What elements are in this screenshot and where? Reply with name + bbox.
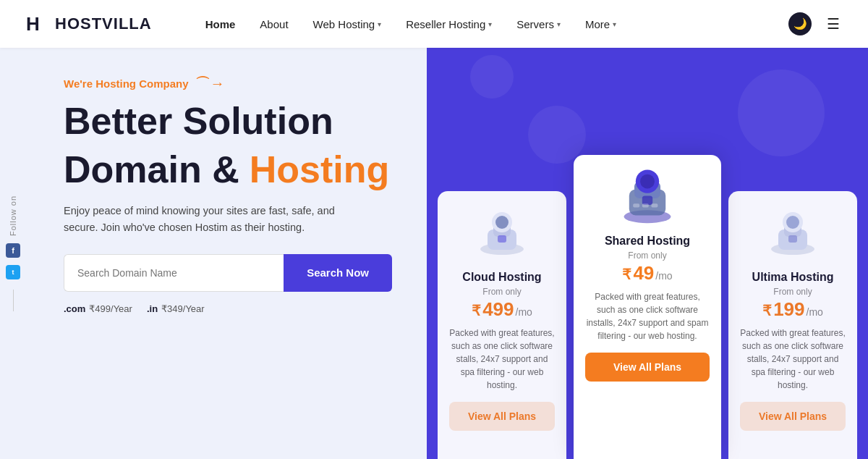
ultima-hosting-price: ₹199/mo bbox=[762, 298, 823, 321]
domain-price-in: .in ₹349/Year bbox=[147, 303, 205, 314]
nav-about[interactable]: About bbox=[250, 12, 298, 36]
svg-rect-7 bbox=[498, 235, 506, 243]
hamburger-menu[interactable]: ☰ bbox=[822, 12, 845, 35]
svg-text:H: H bbox=[26, 13, 41, 35]
cloud-view-plans-button[interactable]: View All Plans bbox=[449, 402, 555, 431]
hero-title-line2: Domain & Hosting bbox=[64, 148, 392, 191]
ultima-hosting-card: Ultima Hosting From only ₹199/mo Packed … bbox=[728, 191, 857, 459]
hero-title-colored: Hosting bbox=[250, 148, 390, 191]
deco-circle-1 bbox=[738, 70, 825, 156]
search-input[interactable] bbox=[64, 254, 284, 292]
domain-search-bar: Search Now bbox=[64, 254, 392, 292]
chevron-down-icon: ▾ bbox=[557, 20, 561, 28]
svg-rect-22 bbox=[788, 235, 797, 243]
shared-hosting-title: Shared Hosting bbox=[605, 235, 690, 248]
tagline-arrow-icon: ⌒→ bbox=[195, 74, 224, 93]
nav-servers[interactable]: Servers ▾ bbox=[506, 12, 571, 36]
follow-divider bbox=[13, 290, 14, 311]
hero-title-line1: Better Solution bbox=[64, 101, 392, 142]
nav-home[interactable]: Home bbox=[195, 12, 246, 36]
domain-price-com: .com ₹499/Year bbox=[64, 303, 132, 314]
hero-tagline: We're Hosting Company ⌒→ bbox=[64, 74, 392, 93]
svg-rect-16 bbox=[651, 203, 658, 207]
shared-hosting-from: From only bbox=[628, 250, 666, 261]
deco-circle-3 bbox=[470, 55, 514, 98]
ultima-hosting-from: From only bbox=[773, 287, 812, 297]
hosting-cards-container: Cloud Hosting From only ₹499/mo Packed w… bbox=[427, 155, 868, 459]
main-content: Follow on f t We're Hosting Company ⌒→ B… bbox=[0, 48, 868, 459]
chevron-down-icon: ▾ bbox=[378, 20, 381, 28]
brand-name: HOSTVILLA bbox=[55, 14, 152, 33]
chevron-down-icon: ▾ bbox=[488, 20, 492, 28]
nav-more[interactable]: More ▾ bbox=[575, 12, 626, 36]
domain-prices: .com ₹499/Year .in ₹349/Year bbox=[64, 303, 392, 314]
hero-description: Enjoy peace of mind knowing your sites a… bbox=[64, 203, 367, 236]
follow-label: Follow on bbox=[9, 195, 17, 236]
svg-rect-13 bbox=[642, 195, 652, 205]
nav-actions: 🌙 ☰ bbox=[788, 12, 845, 35]
cloud-hosting-from: From only bbox=[482, 287, 521, 297]
cloud-hosting-desc: Packed with great features, such as one … bbox=[449, 327, 555, 392]
search-button[interactable]: Search Now bbox=[284, 254, 392, 292]
cloud-hosting-title: Cloud Hosting bbox=[462, 271, 541, 284]
facebook-icon[interactable]: f bbox=[6, 243, 20, 258]
cloud-hosting-price: ₹499/mo bbox=[472, 298, 532, 321]
shared-hosting-icon bbox=[615, 169, 680, 227]
nav-web-hosting[interactable]: Web Hosting ▾ bbox=[303, 12, 392, 36]
svg-point-21 bbox=[786, 216, 799, 229]
svg-point-12 bbox=[640, 174, 655, 189]
shared-hosting-card: Shared Hosting From only ₹49/mo Packed w… bbox=[574, 155, 721, 459]
ultima-hosting-desc: Packed with great features, such as one … bbox=[740, 327, 846, 392]
brand-logo[interactable]: H HOSTVILLA bbox=[23, 10, 152, 38]
cloud-hosting-card: Cloud Hosting From only ₹499/mo Packed w… bbox=[438, 191, 566, 459]
twitter-icon[interactable]: t bbox=[6, 265, 20, 279]
svg-rect-15 bbox=[642, 203, 649, 207]
svg-rect-14 bbox=[633, 203, 639, 207]
shared-view-plans-button[interactable]: View All Plans bbox=[585, 353, 710, 382]
hero-right: Cloud Hosting From only ₹499/mo Packed w… bbox=[427, 48, 868, 459]
navbar: H HOSTVILLA Home About Web Hosting ▾ Res… bbox=[0, 0, 868, 48]
svg-point-6 bbox=[495, 216, 509, 229]
ultima-hosting-icon bbox=[760, 206, 825, 264]
ultima-hosting-title: Ultima Hosting bbox=[752, 271, 834, 284]
shared-hosting-desc: Packed with great features, such as one … bbox=[585, 290, 710, 342]
shared-hosting-price: ₹49/mo bbox=[622, 262, 672, 285]
dark-mode-toggle[interactable]: 🌙 bbox=[788, 12, 812, 35]
ultima-view-plans-button[interactable]: View All Plans bbox=[740, 402, 846, 431]
nav-links: Home About Web Hosting ▾ Reseller Hostin… bbox=[195, 12, 788, 36]
hero-section: Follow on f t We're Hosting Company ⌒→ B… bbox=[0, 48, 427, 459]
chevron-down-icon: ▾ bbox=[613, 20, 616, 28]
cloud-hosting-icon bbox=[469, 206, 535, 264]
follow-sidebar: Follow on f t bbox=[0, 188, 26, 319]
nav-reseller-hosting[interactable]: Reseller Hosting ▾ bbox=[396, 12, 502, 36]
